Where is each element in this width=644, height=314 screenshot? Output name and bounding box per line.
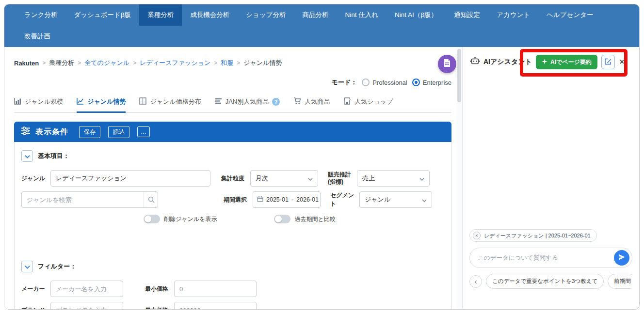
bar-chart-icon bbox=[14, 97, 21, 106]
pdf-export-button[interactable] bbox=[438, 55, 456, 73]
filters-section-header: フィルター： bbox=[21, 260, 444, 273]
filters-row-1: メーカー 最小価格 bbox=[21, 281, 444, 297]
chip-remove-icon[interactable]: × bbox=[473, 232, 481, 239]
tab-genre-price-distribution[interactable]: ジャンル価格分布 bbox=[139, 95, 201, 112]
max-price-label: 最大価格 bbox=[145, 306, 170, 310]
sales-metric-select[interactable]: 売上 bbox=[357, 170, 430, 187]
tab-genre-scale[interactable]: ジャンル規模 bbox=[14, 95, 63, 112]
nav-nint-purchasing[interactable]: Nint 仕入れ bbox=[337, 4, 386, 26]
help-icon[interactable]: ? bbox=[272, 98, 280, 106]
ai-assistant-panel: AIアシスタント AIでページ要約 × × レディースファッション | 2025… bbox=[462, 47, 639, 310]
brand-input[interactable] bbox=[50, 302, 123, 310]
pdf-icon bbox=[443, 59, 451, 69]
nav-notification-settings[interactable]: 通知設定 bbox=[446, 4, 488, 26]
ai-page-summary-button[interactable]: AIでページ要約 bbox=[536, 55, 597, 69]
compare-past-period-toggle[interactable] bbox=[274, 215, 290, 223]
collapse-basic-button[interactable] bbox=[21, 150, 33, 162]
period-range-picker[interactable]: 2025-01 - 2026-01 bbox=[253, 191, 321, 208]
granularity-value: 月次 bbox=[256, 174, 268, 183]
top-nav: ランク分析 ダッシュボードβ版 業種分析 成長機会分析 ショップ分析 商品分析 … bbox=[4, 4, 639, 47]
tab-label: ジャンル価格分布 bbox=[150, 97, 201, 106]
line-chart-icon bbox=[77, 97, 84, 106]
analysis-tabs: ジャンル規模 ジャンル情勢 ジャンル価格分布 JAN別人気商品 ? bbox=[14, 95, 451, 113]
nav-improvement-plan[interactable]: 改善計画 bbox=[16, 26, 59, 47]
ai-panel-bottom: × レディースファッション | 2025-01~2026-01 ‹ このデータで… bbox=[463, 229, 639, 310]
mode-option-enterprise[interactable]: Enterprise bbox=[412, 78, 451, 86]
period-start-value: 2025-01 bbox=[266, 196, 289, 203]
nav-help-center[interactable]: ヘルプセンター bbox=[538, 4, 601, 26]
nav-product-analysis[interactable]: 商品分析 bbox=[294, 4, 337, 26]
nav-dashboard-beta[interactable]: ダッシュボードβ版 bbox=[65, 4, 139, 26]
suggestions-row: ‹ このデータで重要なポイントを3つ教えて 前期間 bbox=[469, 274, 632, 289]
granularity-select[interactable]: 月次 bbox=[250, 170, 318, 187]
more-options-button[interactable]: … bbox=[137, 126, 150, 137]
save-conditions-button[interactable]: 保存 bbox=[79, 126, 100, 138]
tab-jan-popular-products[interactable]: JAN別人気商品 ? bbox=[215, 95, 280, 112]
max-price-input[interactable] bbox=[174, 302, 257, 310]
toggles-row: 削除ジャンルを表示 過去期間と比較 bbox=[21, 215, 444, 223]
tab-label: ジャンル情勢 bbox=[87, 97, 126, 106]
segment-select[interactable]: ジャンル bbox=[359, 191, 432, 208]
sales-metric-value: 売上 bbox=[362, 174, 375, 183]
collapse-filters-button[interactable] bbox=[21, 261, 33, 272]
min-price-label: 最小価格 bbox=[145, 285, 170, 293]
segment-value: ジャンル bbox=[365, 195, 390, 204]
nav-nint-ai-beta[interactable]: Nint AI（β版） bbox=[386, 4, 446, 26]
send-button[interactable] bbox=[614, 250, 629, 266]
basic-form-row-1: ジャンル 集計粒度 月次 販売推計 (指標) 売上 bbox=[21, 170, 444, 187]
nav-rank-analysis[interactable]: ランク分析 bbox=[16, 4, 65, 26]
tab-popular-products[interactable]: 人気商品 bbox=[293, 95, 330, 112]
breadcrumb-row: Rakuten > 業種分析 > 全てのジャンル > レディースファッション >… bbox=[14, 57, 451, 75]
nav-row-1: ランク分析 ダッシュボードβ版 業種分析 成長機会分析 ショップ分析 商品分析 … bbox=[4, 4, 639, 26]
compare-past-period-label: 過去期間と比較 bbox=[294, 215, 335, 223]
load-conditions-button[interactable]: 読込 bbox=[108, 126, 129, 138]
back-arrow-icon[interactable]: ‹ bbox=[469, 275, 482, 288]
basic-form-row-2: 期間選択 2025-01 - 2026-01 セグメント ジャンル bbox=[21, 191, 444, 208]
conditions-header: 表示条件 保存 読込 … bbox=[14, 122, 451, 142]
show-deleted-genres-toggle[interactable] bbox=[144, 215, 160, 223]
ai-question-input[interactable] bbox=[477, 254, 614, 262]
breadcrumb-ladies-fashion-link[interactable]: レディースファッション bbox=[140, 59, 210, 67]
tab-genre-trend[interactable]: ジャンル情勢 bbox=[77, 95, 126, 113]
display-conditions-panel: 表示条件 保存 読込 … 基本項目： bbox=[14, 122, 451, 310]
chevron-down-icon bbox=[422, 196, 427, 204]
genre-input[interactable] bbox=[50, 170, 210, 187]
edit-button[interactable] bbox=[601, 55, 615, 69]
breadcrumb-rakuten: Rakuten bbox=[14, 60, 39, 67]
nav-industry-analysis[interactable]: 業種分析 bbox=[139, 4, 182, 26]
maker-input[interactable] bbox=[50, 281, 123, 297]
genre-search-input[interactable] bbox=[21, 191, 158, 208]
ai-assistant-title: AIアシスタント bbox=[483, 58, 532, 66]
tab-label: JAN別人気商品 bbox=[225, 97, 269, 106]
context-chip[interactable]: × レディースファッション | 2025-01~2026-01 bbox=[469, 229, 597, 242]
calendar-icon bbox=[257, 196, 263, 204]
breadcrumb-all-genres-link[interactable]: 全てのジャンル bbox=[84, 59, 129, 67]
tab-popular-shops[interactable]: 人気ショップ bbox=[343, 95, 393, 112]
edit-pencil-icon bbox=[605, 58, 612, 66]
genre-label: ジャンル bbox=[21, 174, 47, 183]
suggestion-chip-2[interactable]: 前期間 bbox=[608, 274, 632, 289]
chevron-down-icon bbox=[25, 153, 30, 160]
min-price-input[interactable] bbox=[174, 281, 257, 297]
main-scrollbar[interactable] bbox=[456, 47, 462, 310]
mode-option-professional[interactable]: Professional bbox=[362, 78, 407, 86]
chevron-down-icon bbox=[25, 263, 30, 270]
tab-label: 人気商品 bbox=[305, 97, 330, 106]
scrollbar-thumb[interactable] bbox=[457, 49, 461, 102]
ai-page-summary-label: AIでページ要約 bbox=[550, 58, 592, 66]
nav-shop-analysis[interactable]: ショップ分析 bbox=[238, 4, 294, 26]
sliders-icon bbox=[21, 126, 31, 137]
ai-question-bar bbox=[469, 248, 632, 268]
maker-label: メーカー bbox=[21, 285, 47, 293]
close-icon[interactable]: × bbox=[619, 58, 625, 66]
search-icon[interactable] bbox=[144, 192, 158, 207]
cart-icon bbox=[293, 97, 301, 106]
granularity-label: 集計粒度 bbox=[221, 174, 246, 183]
breadcrumb-wafuku-link[interactable]: 和服 bbox=[221, 59, 233, 67]
nav-account[interactable]: アカウント bbox=[488, 4, 538, 26]
nav-growth-opportunity[interactable]: 成長機会分析 bbox=[182, 4, 238, 26]
basic-items-title: 基本項目： bbox=[38, 152, 69, 160]
nav-row-2: 改善計画 bbox=[4, 26, 639, 47]
suggestion-chip-1[interactable]: このデータで重要なポイントを3つ教えて bbox=[486, 274, 604, 289]
sales-metric-label: 販売推計 (指標) bbox=[328, 171, 353, 186]
